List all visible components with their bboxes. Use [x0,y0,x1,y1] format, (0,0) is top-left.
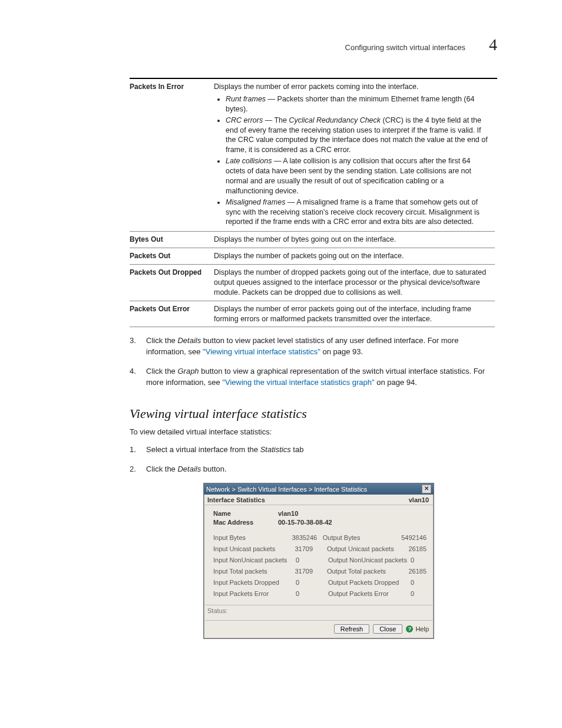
bullet-lead: CRC errors [226,116,263,124]
bullet-text: — The Cyclical Redundancy Check (CRC) is… [226,116,488,154]
mac-row: Mac Address 00-15-70-38-08-42 [213,519,427,526]
stat-label: Input Bytes [213,534,292,541]
desc-cell: Displays the number of error packets com… [214,79,495,232]
mac-value: 00-15-70-38-08-42 [278,519,332,526]
name-row: Name vlan10 [213,510,427,517]
list-item: Misaligned frames — A misaligned frame i… [226,197,490,228]
step-1: 1. Select a virtual interface from the S… [130,444,495,456]
statistics-tab-ref: Statistics [260,445,291,454]
dialog-body: Name vlan10 Mac Address 00-15-70-38-08-4… [204,505,434,605]
stat-label: Output Unicast packets [327,545,409,552]
stat-value: 26185 [408,545,427,552]
term-cell: Bytes Out [130,232,214,248]
dialog-button-row: Refresh Close ? Help [204,621,434,638]
stat-label: Input Packets Error [213,590,296,597]
step-content: Click the Details button to view packet … [146,335,495,358]
bullet-lead: Misaligned frames [226,198,285,206]
term-cell: Packets In Error [130,79,214,232]
step-content: Click the Details button. [146,464,495,475]
chapter-number: 4 [489,35,497,54]
bullet-lead: Runt frames [226,95,266,103]
stats-grid: Input Bytes 3835246 Output Bytes 5492146… [213,534,427,597]
table-row: Packets Out Dropped Displays the number … [130,265,495,301]
stat-label: Input Total packets [213,568,295,575]
stats-row: Input Total packets 31709 Output Total p… [213,568,427,575]
table-row: Packets Out Error Displays the number of… [130,301,495,327]
definitions-table: Packets In Error Displays the number of … [130,79,495,327]
details-button-ref: Details [177,336,201,345]
document-page: Configuring switch virtual interfaces 4 … [0,0,562,728]
term-cell: Packets Out Error [130,301,214,327]
section-heading: Viewing virtual interface statistics [130,406,497,421]
stat-label: Output NonUnicast packets [328,556,411,564]
stat-value: 0 [296,590,328,597]
table-row: Packets In Error Displays the number of … [130,79,495,232]
name-value: vlan10 [278,510,298,517]
section-intro: To view detailed virtual interface stati… [130,427,497,436]
dialog-subtitle-left: Interface Statistics [207,496,265,503]
list-item: Late collisions — A late collision is an… [226,156,490,196]
stat-value: 26185 [408,568,427,575]
stat-value: 0 [411,590,427,597]
dialog-breadcrumb: Network > Switch Virtual Interfaces > In… [206,486,367,493]
desc-cell: Displays the number of bytes going out o… [214,232,495,248]
graph-button-ref: Graph [177,367,199,375]
step-3: 3. Click the Details button to view pack… [130,335,495,358]
step-number: 4. [130,366,146,388]
stats-row: Input Bytes 3835246 Output Bytes 5492146 [213,534,427,541]
stat-label: Input Unicast packets [213,545,295,552]
desc-cell: Displays the number of dropped packets g… [214,265,495,301]
stats-row: Input Packets Error 0 Output Packets Err… [213,590,427,597]
running-title: Configuring switch virtual interfaces [345,43,465,52]
list-item: Runt frames — Packets shorter than the m… [226,94,490,114]
term-cell: Packets Out Dropped [130,265,214,301]
help-label: Help [415,625,429,633]
help-icon: ? [406,625,413,633]
running-header: Configuring switch virtual interfaces 4 [71,35,497,54]
table-row: Packets Out Displays the number of packe… [130,248,495,265]
numbered-steps-a: 3. Click the Details button to view pack… [130,335,495,388]
xref-statistics-graph[interactable]: "Viewing the virtual interface statistic… [222,378,374,387]
close-icon[interactable]: ✕ [422,485,431,493]
xref-viewing-statistics[interactable]: "Viewing virtual interface statistics" [203,347,320,356]
step-content: Select a virtual interface from the Stat… [146,444,495,456]
stats-row: Input Packets Dropped 0 Output Packets D… [213,579,427,586]
step-2: 2. Click the Details button. [130,464,495,475]
desc-cell: Displays the number of error packets goi… [214,301,495,327]
stat-label: Input NonUnicast packets [213,556,296,564]
dialog-subtitle-right: vlan10 [409,496,429,503]
stat-value: 0 [296,556,328,564]
close-button[interactable]: Close [373,624,402,634]
details-button-ref: Details [177,465,201,473]
list-item: CRC errors — The Cyclical Redundancy Che… [226,116,490,156]
stat-value: 5492146 [401,534,427,541]
stat-value: 0 [411,556,427,564]
bullet-lead: Late collisions [226,157,272,165]
dialog-subtitle: Interface Statistics vlan10 [204,495,434,505]
stat-label: Output Bytes [323,534,401,541]
interface-statistics-dialog: Network > Switch Virtual Interfaces > In… [203,483,434,639]
stats-row: Input Unicast packets 31709 Output Unica… [213,545,427,552]
step-number: 2. [130,464,146,475]
desc-intro: Displays the number of error packets com… [214,83,418,91]
refresh-button[interactable]: Refresh [334,624,370,634]
name-label: Name [213,510,278,517]
step-number: 3. [130,335,146,358]
numbered-steps-b: 1. Select a virtual interface from the S… [130,444,495,475]
help-link[interactable]: ? Help [406,625,429,633]
status-bar: Status: [204,605,434,621]
mac-label: Mac Address [213,519,278,526]
stat-label: Output Total packets [327,568,409,575]
step-4: 4. Click the Graph button to view a grap… [130,366,495,388]
stat-label: Output Packets Dropped [328,579,411,586]
stat-value: 31709 [295,545,327,552]
stat-value: 0 [411,579,427,586]
step-number: 1. [130,444,146,456]
stat-label: Input Packets Dropped [213,579,296,586]
table-row: Bytes Out Displays the number of bytes g… [130,232,495,248]
dialog-titlebar: Network > Switch Virtual Interfaces > In… [204,483,434,495]
stat-label: Output Packets Error [328,590,411,597]
desc-cell: Displays the number of packets going out… [214,248,495,265]
step-content: Click the Graph button to view a graphic… [146,366,495,388]
stat-value: 0 [296,579,328,586]
